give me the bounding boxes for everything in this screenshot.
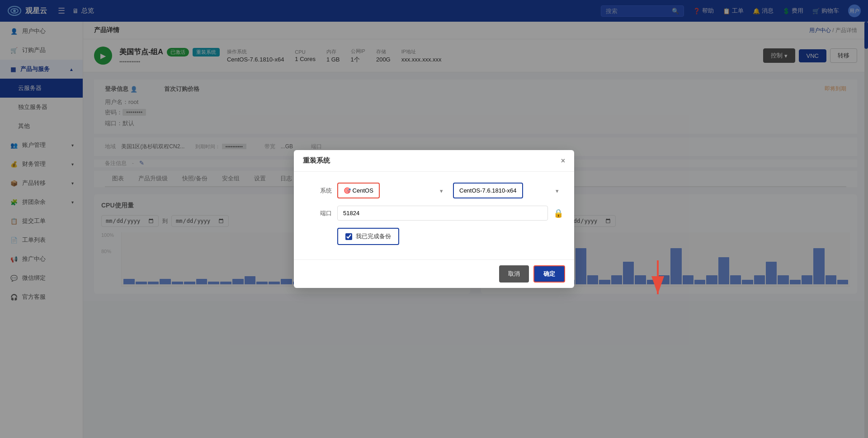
main-content: 产品详情 用户中心 / 产品详情 ▶ 美国节点-组A 已激活 重装系统 ••••… <box>83 22 868 438</box>
lock-icon: 🔒 <box>553 208 563 218</box>
backup-checkbox-row: 我已完成备份 <box>337 228 563 245</box>
confirm-button[interactable]: 确定 <box>533 265 565 283</box>
port-form-row: 端口 🔒 <box>305 206 563 221</box>
version-select-wrapper: CentOS-7.6.1810-x64 CentOS-7.9.2009-x64 … <box>453 183 563 198</box>
backup-checkbox-container: 我已完成备份 <box>337 228 399 245</box>
version-select[interactable]: CentOS-7.6.1810-x64 CentOS-7.9.2009-x64 … <box>453 183 523 198</box>
modal-title: 重装系统 <box>303 156 330 165</box>
modal-close-button[interactable]: × <box>561 157 565 165</box>
backup-checkbox-label: 我已完成备份 <box>356 232 391 240</box>
port-form-label: 端口 <box>305 209 332 217</box>
modal-footer: 取消 确定 <box>294 259 574 288</box>
modal-overlay[interactable]: 重装系统 × 系统 🎯 CentOS Ubuntu Debian Windows <box>0 0 868 438</box>
system-select-wrapper: 🎯 CentOS Ubuntu Debian Windows <box>337 183 448 198</box>
system-form-row: 系统 🎯 CentOS Ubuntu Debian Windows CentOS… <box>305 183 563 198</box>
red-arrow-icon <box>644 260 671 301</box>
arrow-indicator <box>644 260 671 302</box>
modal-body: 系统 🎯 CentOS Ubuntu Debian Windows CentOS… <box>294 172 574 259</box>
port-input[interactable] <box>337 206 548 221</box>
modal-header: 重装系统 × <box>294 150 574 172</box>
backup-checkbox[interactable] <box>345 233 352 240</box>
cancel-button[interactable]: 取消 <box>499 265 529 283</box>
system-label: 系统 <box>305 187 332 195</box>
reinstall-modal: 重装系统 × 系统 🎯 CentOS Ubuntu Debian Windows <box>294 150 574 288</box>
system-select[interactable]: 🎯 CentOS Ubuntu Debian Windows <box>337 183 380 198</box>
